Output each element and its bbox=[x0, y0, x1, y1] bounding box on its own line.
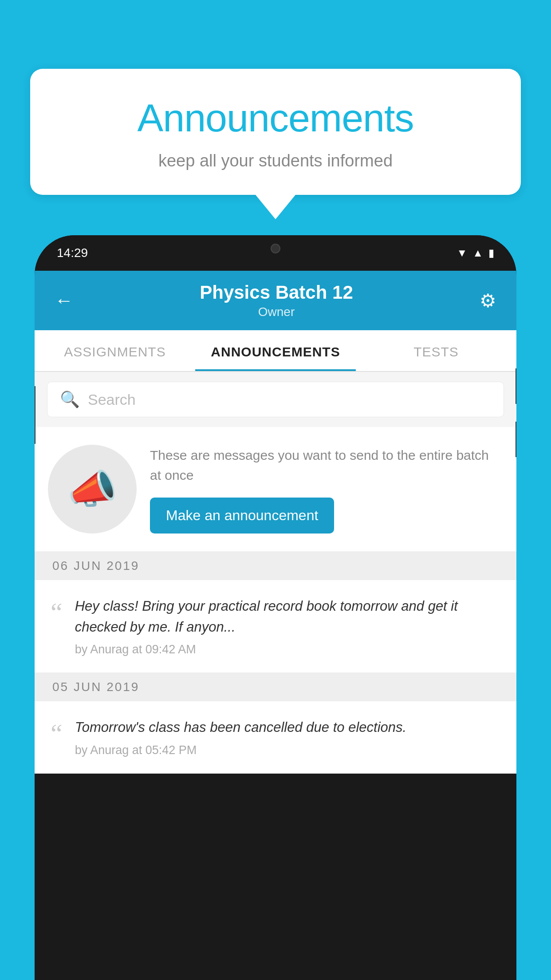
back-button[interactable]: ← bbox=[55, 290, 73, 311]
phone-camera bbox=[271, 244, 280, 253]
announcement-message-2: Tomorrow's class has been cancelled due … bbox=[75, 717, 500, 738]
search-icon: 🔍 bbox=[60, 390, 80, 409]
phone-side-button-left bbox=[35, 386, 35, 444]
signal-icon: ▲ bbox=[472, 247, 483, 259]
announcement-right-panel: These are messages you want to send to t… bbox=[150, 445, 503, 533]
phone-notch bbox=[231, 235, 320, 262]
announcement-item-1[interactable]: “ Hey class! Bring your practical record… bbox=[35, 580, 516, 673]
header-center: Physics Batch 12 Owner bbox=[200, 282, 353, 319]
announcement-item-2[interactable]: “ Tomorrow's class has been cancelled du… bbox=[35, 701, 516, 774]
date-divider-1: 06 JUN 2019 bbox=[35, 552, 516, 580]
megaphone-icon: 📣 bbox=[67, 466, 117, 513]
search-placeholder: Search bbox=[88, 391, 136, 408]
tab-assignments[interactable]: ASSIGNMENTS bbox=[35, 330, 195, 371]
announcement-text-block-1: Hey class! Bring your practical record b… bbox=[75, 596, 500, 656]
speech-bubble-subtitle: keep all your students informed bbox=[66, 151, 485, 170]
make-announcement-button[interactable]: Make an announcement bbox=[150, 498, 334, 533]
settings-button[interactable]: ⚙ bbox=[480, 290, 496, 312]
search-bar-container: 🔍 Search bbox=[35, 372, 516, 427]
battery-icon: ▮ bbox=[488, 247, 494, 259]
announcement-meta-2: by Anurag at 05:42 PM bbox=[75, 743, 500, 757]
announcement-empty-state: 📣 These are messages you want to send to… bbox=[35, 427, 516, 552]
header-title: Physics Batch 12 bbox=[200, 282, 353, 303]
quote-icon-1: “ bbox=[51, 599, 63, 625]
announcement-message-1: Hey class! Bring your practical record b… bbox=[75, 596, 500, 637]
announcement-text-block-2: Tomorrow's class has been cancelled due … bbox=[75, 717, 500, 757]
wifi-icon: ▼ bbox=[457, 247, 467, 259]
tab-announcements[interactable]: ANNOUNCEMENTS bbox=[195, 330, 356, 371]
tab-tests[interactable]: TESTS bbox=[356, 330, 516, 371]
phone-content: 🔍 Search 📣 These are messages you want t… bbox=[35, 372, 516, 774]
speech-bubble-title: Announcements bbox=[66, 95, 485, 141]
phone-side-button-right-2 bbox=[516, 422, 516, 457]
announcement-icon-circle: 📣 bbox=[48, 445, 137, 533]
app-header: ← Physics Batch 12 Owner ⚙ bbox=[35, 271, 516, 330]
header-subtitle: Owner bbox=[200, 305, 353, 319]
tab-bar: ASSIGNMENTS ANNOUNCEMENTS TESTS bbox=[35, 330, 516, 372]
quote-icon-2: “ bbox=[51, 720, 63, 747]
status-bar: 14:29 ▼ ▲ ▮ bbox=[35, 235, 516, 271]
announcement-description: These are messages you want to send to t… bbox=[150, 445, 503, 485]
announcement-meta-1: by Anurag at 09:42 AM bbox=[75, 643, 500, 656]
status-icons: ▼ ▲ ▮ bbox=[457, 247, 494, 259]
search-bar[interactable]: 🔍 Search bbox=[47, 382, 504, 417]
speech-bubble-card: Announcements keep all your students inf… bbox=[30, 69, 521, 195]
speech-bubble-section: Announcements keep all your students inf… bbox=[30, 69, 521, 219]
date-divider-2: 05 JUN 2019 bbox=[35, 673, 516, 701]
phone-frame: 14:29 ▼ ▲ ▮ ← Physics Batch 12 Owner ⚙ A… bbox=[35, 235, 516, 980]
status-time: 14:29 bbox=[57, 246, 88, 260]
speech-bubble-arrow bbox=[256, 195, 295, 219]
phone-side-button-right-1 bbox=[516, 368, 516, 404]
